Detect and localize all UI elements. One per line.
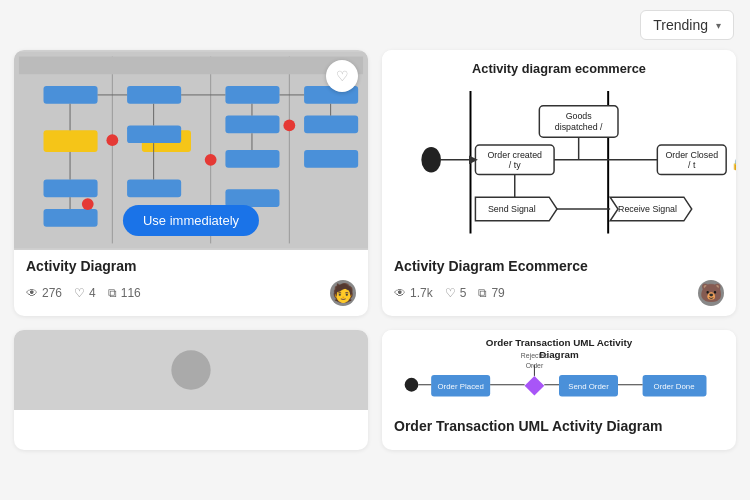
svg-text:Order Done: Order Done — [654, 382, 696, 391]
svg-text:Activity diagram ecommerce: Activity diagram ecommerce — [472, 61, 646, 76]
svg-rect-13 — [304, 116, 358, 134]
heart-icon-1: ♡ — [74, 286, 85, 300]
card-info-4: Order Transaction UML Activity Diagram — [382, 410, 736, 450]
card-title-4: Order Transaction UML Activity Diagram — [394, 418, 724, 434]
svg-point-20 — [106, 134, 118, 146]
heart-icon-2: ♡ — [445, 286, 456, 300]
svg-text:/ t: / t — [688, 160, 696, 170]
svg-text:Order Closed: Order Closed — [665, 150, 718, 160]
copies-count-2: 79 — [491, 286, 504, 300]
views-icon-2: 👁 — [394, 286, 406, 300]
views-count-2: 1.7k — [410, 286, 433, 300]
svg-text:Send Order: Send Order — [568, 382, 609, 391]
top-bar: Trending ▾ — [0, 0, 750, 50]
avatar-2: 🐻 — [698, 280, 724, 306]
card-activity-diagram: ♡ Use immediately Activity Diagram 👁 276… — [14, 50, 368, 316]
card-info-2: Activity Diagram Ecommerce 👁 1.7k ♡ 5 ⧉ … — [382, 250, 736, 316]
card-image-wrapper-4[interactable]: Order Transaction UML Activity Diagram O… — [382, 330, 736, 410]
card-title-2: Activity Diagram Ecommerce — [394, 258, 724, 274]
svg-rect-4 — [19, 57, 363, 75]
views-count-1: 276 — [42, 286, 62, 300]
svg-text:/ ty: / ty — [509, 160, 521, 170]
svg-rect-14 — [225, 150, 279, 168]
use-immediately-button-1[interactable]: Use immediately — [123, 205, 259, 236]
views-stat-2: 👁 1.7k — [394, 286, 433, 300]
svg-text:dispatched /: dispatched / — [555, 122, 603, 132]
likes-stat-1: ♡ 4 — [74, 286, 96, 300]
cards-grid: ♡ Use immediately Activity Diagram 👁 276… — [0, 50, 750, 464]
trending-label: Trending — [653, 17, 708, 33]
svg-text:Order Transaction UML Activity: Order Transaction UML Activity — [486, 337, 633, 348]
svg-text:Send Signal: Send Signal — [488, 204, 536, 214]
svg-rect-5 — [44, 86, 98, 104]
card-image-wrapper-1[interactable]: ♡ Use immediately — [14, 50, 368, 250]
trending-dropdown[interactable]: Trending ▾ — [640, 10, 734, 40]
copies-stat-1: ⧉ 116 — [108, 286, 141, 300]
svg-point-64 — [405, 378, 419, 392]
copy-icon-1: ⧉ — [108, 286, 117, 300]
card-image-wrapper-3[interactable] — [14, 330, 368, 410]
favorite-button-1[interactable]: ♡ — [326, 60, 358, 92]
svg-text:Order created: Order created — [487, 150, 542, 160]
svg-rect-6 — [127, 86, 181, 104]
svg-rect-16 — [44, 180, 98, 198]
svg-point-60 — [171, 350, 210, 389]
svg-text:Rejected: Rejected — [521, 352, 548, 360]
bottom-left-diagram-image — [14, 330, 368, 410]
copies-stat-2: ⧉ 79 — [478, 286, 504, 300]
likes-count-1: 4 — [89, 286, 96, 300]
svg-rect-11 — [127, 125, 181, 143]
copy-icon-2: ⧉ — [478, 286, 487, 300]
svg-rect-12 — [225, 116, 279, 134]
avatar-image-1: 🧑 — [332, 282, 354, 304]
svg-point-37 — [421, 147, 441, 173]
likes-count-2: 5 — [460, 286, 467, 300]
svg-point-23 — [82, 198, 94, 210]
card-image-wrapper-2[interactable]: Activity diagram ecommerce Order created… — [382, 50, 736, 250]
svg-text:🔒: 🔒 — [731, 157, 736, 171]
card-stats-1: 👁 276 ♡ 4 ⧉ 116 🧑 — [26, 280, 356, 306]
card-ecommerce: Activity diagram ecommerce Order created… — [382, 50, 736, 316]
svg-text:Goods: Goods — [566, 111, 593, 121]
svg-rect-19 — [44, 209, 98, 227]
svg-text:Order Placed: Order Placed — [438, 382, 484, 391]
svg-rect-9 — [44, 130, 98, 152]
order-transaction-diagram-image: Order Transaction UML Activity Diagram O… — [382, 330, 736, 410]
avatar-1: 🧑 — [330, 280, 356, 306]
avatar-emoji-2: 🐻 — [700, 282, 722, 304]
card-order-transaction: Order Transaction UML Activity Diagram O… — [382, 330, 736, 450]
svg-rect-15 — [304, 150, 358, 168]
views-icon-1: 👁 — [26, 286, 38, 300]
svg-point-22 — [283, 120, 295, 132]
svg-rect-7 — [225, 86, 279, 104]
svg-text:Receive Signal: Receive Signal — [618, 204, 677, 214]
chevron-down-icon: ▾ — [716, 20, 721, 31]
views-stat-1: 👁 276 — [26, 286, 62, 300]
svg-rect-17 — [127, 180, 181, 198]
card-bottom-left — [14, 330, 368, 450]
card-stats-2: 👁 1.7k ♡ 5 ⧉ 79 🐻 — [394, 280, 724, 306]
likes-stat-2: ♡ 5 — [445, 286, 467, 300]
ecommerce-diagram-image: Activity diagram ecommerce Order created… — [382, 50, 736, 250]
card-info-1: Activity Diagram 👁 276 ♡ 4 ⧉ 116 🧑 — [14, 250, 368, 316]
svg-point-21 — [205, 154, 217, 166]
copies-count-1: 116 — [121, 286, 141, 300]
card-title-1: Activity Diagram — [26, 258, 356, 274]
